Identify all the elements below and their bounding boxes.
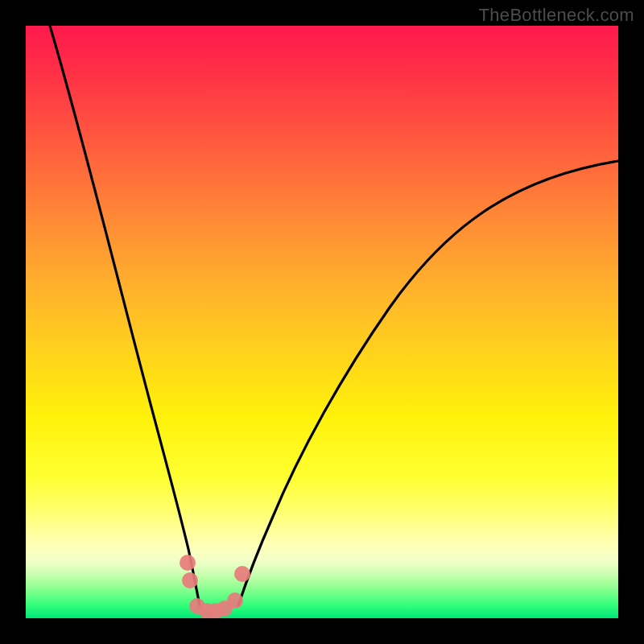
- valley-dot: [182, 572, 198, 588]
- chart-frame: TheBottleneck.com: [0, 0, 644, 644]
- valley-dot: [180, 555, 196, 571]
- watermark-text: TheBottleneck.com: [479, 5, 634, 26]
- valley-dot: [227, 592, 243, 609]
- valley-dots-group: [180, 555, 250, 618]
- curve-layer: [26, 26, 618, 618]
- curve-left-branch: [50, 26, 200, 605]
- valley-dot: [234, 566, 250, 582]
- plot-area: [26, 26, 618, 618]
- curve-right-branch: [238, 161, 618, 605]
